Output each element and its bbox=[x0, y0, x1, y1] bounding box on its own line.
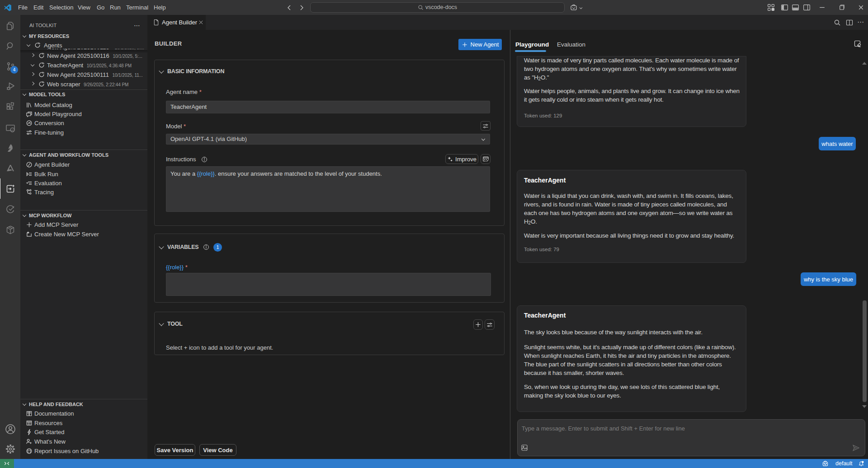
svg-text:vs: vs bbox=[11, 128, 14, 131]
